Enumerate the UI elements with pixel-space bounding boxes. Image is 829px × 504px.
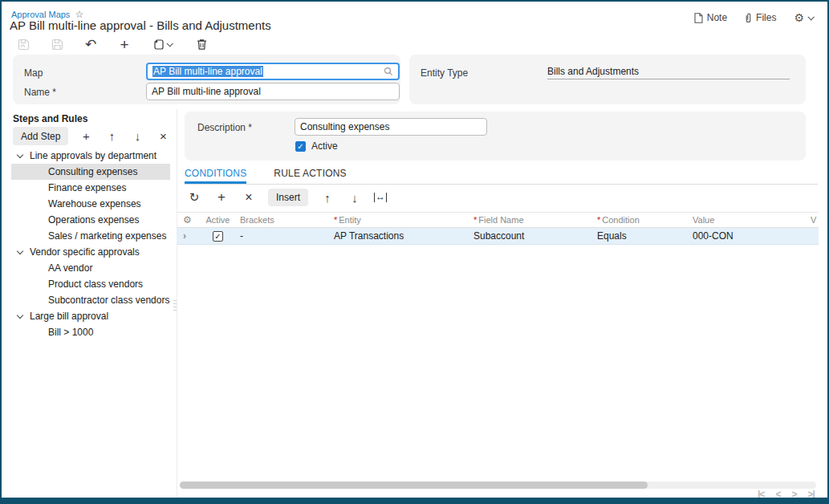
steps-tree: Line approvals by department Consulting … [2, 148, 177, 340]
add-step-button[interactable]: Add Step [13, 127, 68, 145]
note-label: Note [707, 12, 727, 23]
map-input-selected-text: AP Bill multi-line approval [152, 66, 263, 77]
panel-splitter[interactable] [177, 109, 177, 499]
row-field-name-cell[interactable]: Subaccount [469, 230, 592, 242]
steps-toolbar: Add Step + ↑ ↓ × [13, 127, 171, 145]
clipboard-icon [154, 39, 164, 51]
gear-icon: ⚙ [794, 11, 804, 24]
entity-type-value: Bills and Adjustments [547, 63, 790, 79]
col-value[interactable]: Value [688, 215, 811, 225]
name-input[interactable]: AP Bill multi-line approval [146, 83, 400, 100]
files-label: Files [756, 12, 776, 23]
add-new-record-button[interactable]: + [116, 35, 133, 53]
summary-left-panel: Map AP Bill multi-line approval Name * A… [13, 55, 400, 104]
summary-right-panel: Entity Type Bills and Adjustments [409, 55, 806, 104]
cancel-undo-button[interactable]: ↶ [82, 35, 100, 53]
note-button[interactable]: Note [694, 12, 727, 23]
add-row-icon[interactable]: + [213, 189, 230, 205]
row-brackets-cell[interactable]: - [235, 230, 329, 242]
grid-toolbar: ↻ + × Insert ↑ ↓ ↔ [186, 189, 387, 206]
entity-type-label: Entity Type [421, 67, 468, 79]
record-toolbar: ↶ + [14, 35, 210, 53]
name-input-value: AP Bill multi-line approval [152, 86, 261, 97]
name-label: Name * [24, 87, 56, 98]
chevron-down-icon [807, 14, 814, 20]
header-actions: Note Files ⚙ [694, 11, 813, 24]
rule-description-panel: Description * Consulting expenses ✓ Acti… [185, 112, 806, 161]
conditions-grid: ⚙ Active Brackets *Entity *Field Name *C… [177, 212, 819, 245]
grid-header-row: ⚙ Active Brackets *Entity *Field Name *C… [177, 212, 819, 228]
chevron-expanded-icon [17, 151, 23, 157]
description-input-value: Consulting expenses [300, 121, 389, 132]
row-condition-cell[interactable]: Equals [592, 230, 688, 242]
files-button[interactable]: Files [745, 12, 776, 23]
steps-panel-title: Steps and Rules [13, 113, 87, 124]
refresh-icon[interactable]: ↻ [186, 190, 202, 205]
condition-row[interactable]: › ✓ - AP Transactions Subaccount Equals … [177, 228, 819, 245]
col-condition[interactable]: *Condition [592, 215, 688, 225]
horizontal-scrollbar-thumb[interactable] [180, 482, 648, 489]
row-down-icon[interactable]: ↓ [347, 191, 363, 205]
tree-item-product-class-vendors[interactable]: Product class vendors [11, 276, 170, 292]
row-value-cell[interactable]: 000-CON [688, 230, 811, 242]
col-field-name[interactable]: *Field Name [469, 215, 592, 225]
description-input[interactable]: Consulting expenses [295, 118, 487, 136]
plus-icon: + [120, 37, 128, 52]
delete-row-icon[interactable]: × [241, 190, 257, 205]
tree-group-line-approvals[interactable]: Line approvals by department [11, 148, 170, 164]
map-label: Map [24, 67, 43, 79]
col-active[interactable]: Active [201, 215, 235, 225]
row-active-checkbox[interactable]: ✓ [213, 231, 223, 242]
horizontal-scrollbar-track[interactable] [180, 482, 816, 489]
tree-group-large-bill[interactable]: Large bill approval [11, 308, 170, 324]
row-entity-cell[interactable]: AP Transactions [329, 230, 469, 242]
tree-item-warehouse-expenses[interactable]: Warehouse expenses [11, 196, 170, 212]
tree-item-subcontractor-class-vendors[interactable]: Subcontractor class vendors [11, 292, 170, 308]
fit-width-icon[interactable]: ↔ [374, 193, 387, 202]
row-expander-icon[interactable]: › [177, 231, 201, 241]
magnifier-icon[interactable] [384, 67, 393, 76]
save-close-button[interactable] [14, 35, 32, 53]
tree-group-vendor-specific[interactable]: Vendor specific approvals [11, 244, 170, 260]
insert-button[interactable]: Insert [268, 189, 308, 206]
tree-item-finance-expenses[interactable]: Finance expenses [11, 180, 170, 196]
active-checkbox-row: ✓ Active [295, 140, 338, 152]
active-checkbox[interactable]: ✓ [295, 141, 306, 152]
trash-icon [197, 39, 207, 51]
paperclip-icon [745, 13, 752, 23]
tab-conditions[interactable]: CONDITIONS [185, 168, 246, 184]
grid-settings-gear-icon[interactable]: ⚙ [177, 214, 201, 226]
move-down-icon[interactable]: ↓ [129, 129, 145, 143]
col-entity[interactable]: *Entity [329, 215, 469, 225]
add-rule-icon[interactable]: + [78, 129, 94, 143]
chevron-down-icon [166, 40, 173, 47]
note-icon [694, 13, 703, 23]
save-button[interactable] [48, 35, 66, 53]
col-value2-clipped[interactable]: V [811, 215, 819, 225]
tree-item-operations-expenses[interactable]: Operations expenses [11, 212, 170, 228]
tree-item-aa-vendor[interactable]: AA vendor [11, 260, 170, 276]
tab-rule-actions[interactable]: RULE ACTIONS [274, 168, 346, 184]
delete-step-icon[interactable]: × [155, 129, 171, 143]
chevron-expanded-icon [17, 247, 23, 254]
move-up-icon[interactable]: ↑ [104, 129, 120, 143]
rule-tabs: CONDITIONS RULE ACTIONS [185, 168, 818, 185]
col-brackets[interactable]: Brackets [235, 215, 329, 225]
window-bottom-border [2, 498, 827, 502]
screen-settings-button[interactable]: ⚙ [794, 11, 813, 24]
approval-maps-window: Approval Maps ☆ AP Bill multi-line appro… [0, 0, 829, 504]
active-checkbox-label: Active [311, 140, 338, 152]
row-active-cell[interactable]: ✓ [201, 231, 235, 242]
row-up-icon[interactable]: ↑ [319, 191, 335, 205]
map-input[interactable]: AP Bill multi-line approval [146, 63, 400, 80]
chevron-expanded-icon [17, 311, 23, 318]
copy-paste-button[interactable] [149, 35, 177, 53]
splitter-grip-icon[interactable] [173, 300, 177, 319]
tree-item-consulting-expenses[interactable]: Consulting expenses [11, 164, 170, 180]
undo-icon: ↶ [85, 38, 96, 51]
tree-item-bill-gt-1000[interactable]: Bill > 1000 [11, 324, 170, 340]
description-label: Description * [197, 122, 252, 133]
delete-button[interactable] [193, 35, 210, 53]
tree-item-sales-marketing-expenses[interactable]: Sales / marketing expenses [11, 228, 170, 244]
page-title: AP Bill multi-line approval - Bills and … [10, 18, 271, 32]
